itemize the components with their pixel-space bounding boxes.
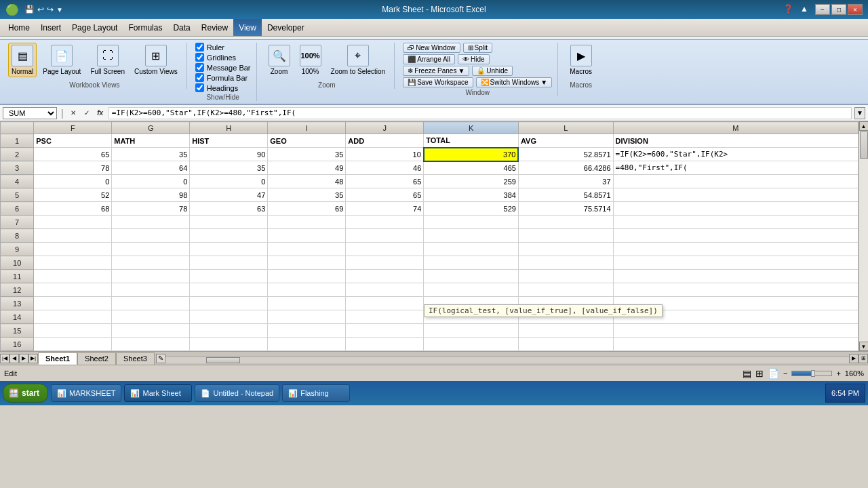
cell-K9[interactable] xyxy=(424,243,519,256)
row-header-4[interactable]: 4 xyxy=(1,175,34,188)
zoom-minus-btn[interactable]: − xyxy=(783,369,787,378)
h-scrollbar-thumb[interactable] xyxy=(206,357,240,363)
split-btn[interactable]: ⊞ Split xyxy=(463,43,492,53)
cell-L1[interactable]: AVG xyxy=(518,134,613,148)
cell-J12[interactable] xyxy=(346,283,424,297)
formula-input[interactable] xyxy=(108,107,852,119)
cell-J1[interactable]: ADD xyxy=(346,134,424,148)
cell-L4[interactable]: 37 xyxy=(518,175,613,188)
menu-view[interactable]: View xyxy=(233,19,262,36)
col-header-L[interactable]: L xyxy=(518,122,613,134)
cell-J10[interactable] xyxy=(346,256,424,270)
sheet-tab-1[interactable]: Sheet1 xyxy=(38,352,77,365)
row-header-1[interactable]: 1 xyxy=(1,134,34,148)
cell-K16[interactable] xyxy=(424,338,519,351)
row-header-14[interactable]: 14 xyxy=(1,310,34,324)
taskbar-marksheet[interactable]: 📊 MARKSHEET xyxy=(51,384,121,402)
zoom-slider[interactable] xyxy=(791,371,832,376)
cell-K6[interactable]: 529 xyxy=(424,202,519,216)
row-header-15[interactable]: 15 xyxy=(1,324,34,338)
cell-L7[interactable] xyxy=(518,216,613,229)
enter-formula-btn[interactable]: ✓ xyxy=(81,108,92,119)
sheet-nav-first[interactable]: |◀ xyxy=(0,354,9,363)
cell-H14[interactable] xyxy=(190,310,268,324)
cell-L8[interactable] xyxy=(518,229,613,243)
resize-corner[interactable]: ⊞ xyxy=(859,354,868,363)
cell-J13[interactable] xyxy=(346,297,424,310)
cell-I6[interactable]: 69 xyxy=(268,202,346,216)
cell-M1[interactable]: DIVISION xyxy=(613,134,858,148)
cell-G12[interactable] xyxy=(112,283,190,297)
row-header-13[interactable]: 13 xyxy=(1,297,34,310)
quick-access-dropdown[interactable]: ▼ xyxy=(56,6,63,14)
cell-M10[interactable] xyxy=(613,256,858,270)
cell-G5[interactable]: 98 xyxy=(112,188,190,202)
col-header-F[interactable]: F xyxy=(34,122,112,134)
cell-I2[interactable]: 35 xyxy=(268,148,346,161)
start-button[interactable]: 🪟 start xyxy=(3,384,48,403)
cell-M6[interactable] xyxy=(613,202,858,216)
cell-F1[interactable]: PSC xyxy=(34,134,112,148)
cell-H6[interactable]: 63 xyxy=(190,202,268,216)
fx-btn[interactable]: fx xyxy=(95,108,106,119)
view-page-break-icon[interactable]: ⊞ xyxy=(755,368,764,379)
row-header-8[interactable]: 8 xyxy=(1,229,34,243)
cell-G15[interactable] xyxy=(112,324,190,338)
cell-F3[interactable]: 78 xyxy=(34,161,112,175)
cell-F11[interactable] xyxy=(34,270,112,283)
cell-I11[interactable] xyxy=(268,270,346,283)
cell-F7[interactable] xyxy=(34,216,112,229)
cell-I13[interactable] xyxy=(268,297,346,310)
scroll-thumb[interactable] xyxy=(860,131,868,159)
cell-G2[interactable]: 35 xyxy=(112,148,190,161)
cell-G7[interactable] xyxy=(112,216,190,229)
cell-K11[interactable] xyxy=(424,270,519,283)
cell-K12[interactable] xyxy=(424,283,519,297)
cell-K8[interactable] xyxy=(424,229,519,243)
col-header-G[interactable]: G xyxy=(112,122,190,134)
cell-H5[interactable]: 47 xyxy=(190,188,268,202)
unhide-btn[interactable]: 🔓 Unhide xyxy=(472,66,513,76)
cell-L3[interactable]: 66.4286 xyxy=(518,161,613,175)
sheet-tab-3[interactable]: Sheet3 xyxy=(116,352,155,365)
cell-I4[interactable]: 48 xyxy=(268,175,346,188)
zoom-100-btn[interactable]: 100% 100% xyxy=(296,43,325,77)
cell-H12[interactable] xyxy=(190,283,268,297)
menu-formulas[interactable]: Formulas xyxy=(123,19,167,36)
cell-G8[interactable] xyxy=(112,229,190,243)
col-header-M[interactable]: M xyxy=(613,122,858,134)
cell-K2[interactable]: 370 xyxy=(424,148,519,161)
taskbar-notepad[interactable]: 📄 Untitled - Notepad xyxy=(195,384,279,402)
page-layout-btn[interactable]: 📄 Page Layout xyxy=(39,43,84,77)
ruler-check-input[interactable] xyxy=(195,43,204,52)
sheet-nav-last[interactable]: ▶| xyxy=(28,354,38,363)
formula-bar-check-input[interactable] xyxy=(195,73,204,82)
cell-I10[interactable] xyxy=(268,256,346,270)
cell-J7[interactable] xyxy=(346,216,424,229)
cell-F2[interactable]: 65 xyxy=(34,148,112,161)
cell-L6[interactable]: 75.5714 xyxy=(518,202,613,216)
cell-J5[interactable]: 65 xyxy=(346,188,424,202)
new-window-btn[interactable]: 🗗 New Window xyxy=(403,43,460,53)
cell-J6[interactable]: 74 xyxy=(346,202,424,216)
message-bar-checkbox[interactable]: Message Bar xyxy=(195,63,251,72)
headings-check-input[interactable] xyxy=(195,83,204,92)
cell-H16[interactable] xyxy=(190,338,268,351)
cell-I15[interactable] xyxy=(268,324,346,338)
cell-L2[interactable]: 52.8571 xyxy=(518,148,613,161)
cell-G10[interactable] xyxy=(112,256,190,270)
menu-data[interactable]: Data xyxy=(167,19,195,36)
hide-btn[interactable]: 👁 Hide xyxy=(458,54,490,64)
cell-M5[interactable] xyxy=(613,188,858,202)
cell-M11[interactable] xyxy=(613,270,858,283)
close-btn[interactable]: × xyxy=(848,4,863,15)
view-normal-icon[interactable]: ▤ xyxy=(743,368,751,379)
cell-J14[interactable] xyxy=(346,310,424,324)
cell-F6[interactable]: 68 xyxy=(34,202,112,216)
sheet-nav-prev[interactable]: ◀ xyxy=(9,354,19,363)
cell-J2[interactable]: 10 xyxy=(346,148,424,161)
cell-I7[interactable] xyxy=(268,216,346,229)
cell-F14[interactable] xyxy=(34,310,112,324)
arrange-all-btn[interactable]: ⬛ Arrange All xyxy=(403,54,455,64)
ruler-checkbox[interactable]: Ruler xyxy=(195,43,251,52)
